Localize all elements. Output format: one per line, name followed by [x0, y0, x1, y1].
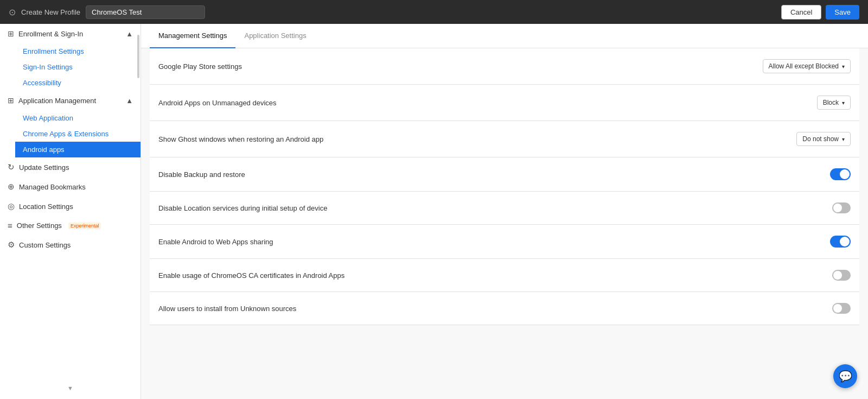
sidebar-item-update-settings[interactable]: ↻ Update Settings	[0, 157, 141, 177]
sidebar-item-enrollment-settings[interactable]: Enrollment Settings	[15, 43, 141, 59]
sidebar-section-app-management: ⊞ Application Management ▲ Web Applicati…	[0, 91, 141, 157]
settings-row-ca-certificates: Enable usage of ChromeOS CA certificates…	[150, 259, 859, 292]
google-play-dropdown[interactable]: Allow All except Blocked ▾	[763, 59, 851, 73]
enrollment-section-label: Enrollment & Sign-In	[18, 30, 83, 38]
topbar-actions: Cancel Save	[781, 5, 859, 20]
backup-restore-toggle[interactable]	[830, 168, 851, 180]
other-settings-icon: ≡	[8, 221, 12, 230]
update-settings-label: Update Settings	[19, 163, 69, 172]
chat-button[interactable]: 💬	[833, 364, 857, 388]
location-settings-label: Location Settings	[19, 202, 73, 211]
sidebar-item-other-settings[interactable]: ≡ Other Settings Experimental	[0, 216, 141, 235]
enrollment-subitems: Enrollment Settings Sign-In Settings Acc…	[0, 43, 141, 91]
disable-location-toggle[interactable]	[832, 202, 851, 213]
unknown-sources-label: Allow users to install from Unknown sour…	[158, 305, 296, 313]
settings-row-android-unmanaged: Android Apps on Unmanaged devices Block …	[150, 85, 859, 121]
profile-icon: ⊙	[9, 7, 16, 17]
google-play-dropdown-value: Allow All except Blocked	[769, 62, 839, 70]
tab-application-settings[interactable]: Application Settings	[235, 24, 315, 48]
sidebar-scrollbar	[137, 35, 139, 78]
android-unmanaged-dropdown-arrow: ▾	[842, 100, 845, 106]
settings-row-android-web-sharing: Enable Android to Web Apps sharing	[150, 225, 859, 259]
experimental-badge: Experimental	[68, 223, 101, 229]
app-management-section-label: Application Management	[18, 97, 96, 105]
main-content: Management Settings Application Settings…	[141, 24, 868, 399]
chat-icon: 💬	[839, 370, 852, 383]
app-management-icon: ⊞	[8, 96, 14, 105]
google-play-dropdown-arrow: ▾	[842, 64, 845, 69]
android-web-sharing-toggle-knob	[840, 237, 850, 246]
ghost-windows-dropdown[interactable]: Do not show ▾	[796, 132, 851, 146]
managed-bookmarks-label: Managed Bookmarks	[19, 183, 86, 191]
settings-row-unknown-sources: Allow users to install from Unknown sour…	[150, 292, 859, 325]
settings-row-disable-location: Disable Location services during initial…	[150, 192, 859, 225]
sidebar-item-managed-bookmarks[interactable]: ⊕ Managed Bookmarks	[0, 177, 141, 197]
managed-bookmarks-icon: ⊕	[8, 182, 15, 192]
scroll-down-indicator: ▼	[67, 385, 73, 391]
profile-name-input[interactable]	[86, 5, 205, 19]
create-profile-label: Create New Profile	[21, 8, 80, 16]
ghost-windows-dropdown-arrow: ▾	[842, 136, 845, 142]
sidebar-item-location-settings[interactable]: ◎ Location Settings	[0, 197, 141, 216]
sidebar-item-android-apps[interactable]: Android apps	[15, 142, 141, 157]
backup-restore-toggle-knob	[840, 169, 850, 179]
cancel-button[interactable]: Cancel	[781, 5, 821, 20]
topbar-left: ⊙ Create New Profile	[9, 5, 205, 19]
enrollment-chevron: ▲	[126, 30, 133, 38]
enrollment-section-header[interactable]: ⊞ Enrollment & Sign-In ▲	[0, 24, 141, 43]
android-unmanaged-label: Android Apps on Unmanaged devices	[158, 99, 277, 107]
location-settings-icon: ◎	[8, 201, 15, 211]
settings-container: Google Play Store settings Allow All exc…	[141, 48, 868, 336]
sidebar-item-web-application[interactable]: Web Application	[15, 110, 141, 126]
tabs-bar: Management Settings Application Settings	[141, 24, 868, 48]
update-settings-icon: ↻	[8, 162, 15, 172]
sidebar: ⊞ Enrollment & Sign-In ▲ Enrollment Sett…	[0, 24, 141, 399]
ca-certificates-toggle-knob	[833, 271, 842, 280]
android-web-sharing-label: Enable Android to Web Apps sharing	[158, 238, 273, 246]
other-settings-label: Other Settings	[17, 221, 62, 230]
sidebar-item-chrome-apps[interactable]: Chrome Apps & Extensions	[15, 126, 141, 142]
disable-location-label: Disable Location services during initial…	[158, 204, 327, 212]
main-layout: ⊞ Enrollment & Sign-In ▲ Enrollment Sett…	[0, 24, 868, 399]
app-management-chevron: ▲	[126, 97, 133, 105]
backup-restore-label: Disable Backup and restore	[158, 170, 245, 179]
android-unmanaged-dropdown[interactable]: Block ▾	[817, 96, 851, 110]
sidebar-section-enrollment: ⊞ Enrollment & Sign-In ▲ Enrollment Sett…	[0, 24, 141, 91]
save-button[interactable]: Save	[826, 5, 859, 20]
sidebar-item-accessibility[interactable]: Accessibility	[15, 75, 141, 91]
settings-row-ghost-windows: Show Ghost windows when restoring an And…	[150, 121, 859, 157]
google-play-label: Google Play Store settings	[158, 62, 242, 71]
settings-row-backup-restore: Disable Backup and restore	[150, 157, 859, 192]
unknown-sources-toggle[interactable]	[832, 303, 851, 314]
ca-certificates-toggle[interactable]	[832, 270, 851, 281]
custom-settings-label: Custom Settings	[19, 241, 71, 249]
android-unmanaged-dropdown-value: Block	[823, 99, 839, 106]
enrollment-icon: ⊞	[8, 29, 14, 38]
app-management-section-header[interactable]: ⊞ Application Management ▲	[0, 91, 141, 110]
sidebar-item-custom-settings[interactable]: ⚙ Custom Settings	[0, 235, 141, 255]
disable-location-toggle-knob	[833, 204, 842, 212]
sidebar-item-signin-settings[interactable]: Sign-In Settings	[15, 59, 141, 75]
app-management-subitems: Web Application Chrome Apps & Extensions…	[0, 110, 141, 157]
ca-certificates-label: Enable usage of ChromeOS CA certificates…	[158, 271, 344, 280]
topbar: ⊙ Create New Profile Cancel Save	[0, 0, 868, 24]
settings-row-google-play: Google Play Store settings Allow All exc…	[150, 48, 859, 85]
ghost-windows-dropdown-value: Do not show	[802, 135, 839, 143]
unknown-sources-toggle-knob	[833, 304, 842, 313]
ghost-windows-label: Show Ghost windows when restoring an And…	[158, 135, 323, 143]
tab-management-settings[interactable]: Management Settings	[150, 24, 235, 48]
android-web-sharing-toggle[interactable]	[830, 236, 851, 248]
custom-settings-icon: ⚙	[8, 240, 15, 250]
